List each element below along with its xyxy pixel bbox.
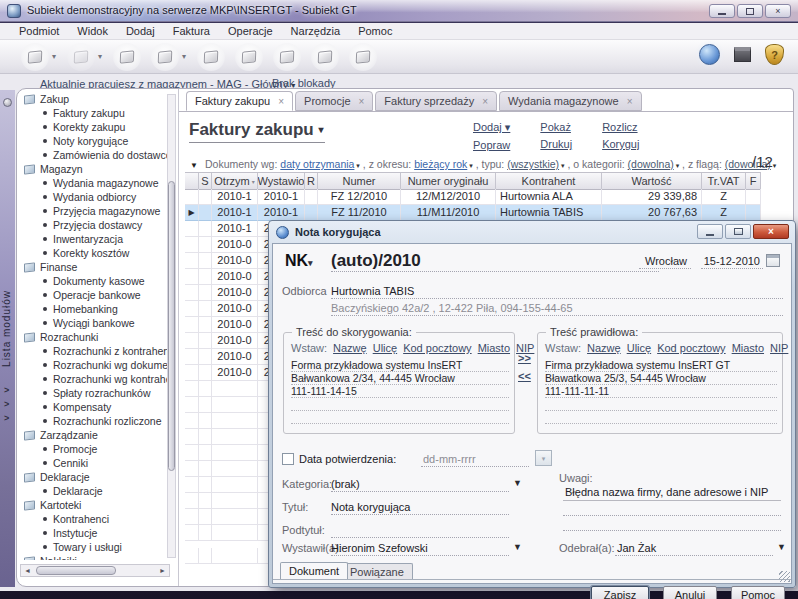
dropdown-arrow-icon[interactable]: ▾ [182, 52, 186, 61]
table-header-cell[interactable] [185, 173, 199, 190]
document-symbol-dropdown[interactable]: NK▾ [285, 252, 313, 270]
filter-caret-icon[interactable]: ▼ [190, 161, 198, 170]
sidebar-group-magazyn[interactable]: Magazyn [17, 162, 167, 176]
document-number-field[interactable]: (auto)/2010 [331, 251, 421, 271]
cube-icon[interactable] [734, 47, 751, 62]
dialog-title-bar[interactable]: Nota korygująca × [269, 221, 795, 243]
confirm-date-dropdown-button[interactable]: ▾ [535, 450, 552, 466]
dialog-tab-dokument[interactable]: Dokument [280, 562, 348, 579]
tab-close-icon[interactable]: × [482, 96, 488, 107]
kategoria-dropdown-icon[interactable]: ▼ [513, 478, 522, 488]
sidebar-vertical-scrollbar[interactable] [167, 94, 176, 558]
dialog-minimize-button[interactable] [697, 224, 723, 239]
date-field[interactable]: 15-12-2010 [704, 255, 760, 267]
table-header-Wartość[interactable]: Wartość [602, 173, 702, 190]
odebral-dropdown-icon[interactable]: ▼ [777, 542, 786, 552]
place-field[interactable]: Wrocław [645, 255, 687, 267]
hand-document-toolbar-button[interactable] [349, 43, 377, 71]
sidebar-item-instytucje[interactable]: Instytucje [17, 526, 167, 540]
new-document-toolbar-button[interactable] [151, 43, 179, 71]
copy-right-button[interactable]: >> [518, 352, 531, 364]
sidebar-group-finanse[interactable]: Finanse [17, 260, 167, 274]
sidebar-item-rozrachunki-z-kontrahent[interactable]: Rozrachunki z kontrahent [17, 344, 167, 358]
copy-left-button[interactable]: << [518, 370, 531, 382]
filter-dropdown-link[interactable]: bieżący rok [414, 158, 467, 170]
scroll-right-icon[interactable]: ► [156, 565, 169, 576]
mail-toolbar-button[interactable] [21, 43, 49, 71]
wystawil-dropdown-icon[interactable]: ▼ [513, 542, 522, 552]
correct-line-5[interactable] [291, 411, 509, 424]
sidebar-item-korekty-kosztów[interactable]: Korekty kosztów [17, 246, 167, 260]
insert-link-ulicę[interactable]: Ulicę [373, 342, 397, 354]
table-row[interactable]: ▶2010-12010-1FZ 11/201011/M11/2010Hurtow… [185, 205, 761, 221]
insert-link-nip[interactable]: NIP [770, 342, 788, 354]
table-row[interactable]: 2010-12010-1FZ 12/201012/M12/2010Hurtown… [185, 189, 761, 205]
action-link-popraw[interactable]: Popraw [473, 139, 510, 151]
table-header-S[interactable]: S [199, 173, 212, 190]
sidebar-item-dokumenty-kasowe[interactable]: Dokumenty kasowe [17, 274, 167, 288]
sidebar-item-wyciągi-bankowe[interactable]: Wyciągi bankowe [17, 316, 167, 330]
dialog-close-button[interactable]: × [753, 224, 789, 239]
insert-link-kod-pocztowy[interactable]: Kod pocztowy [403, 342, 471, 354]
module-list-rail[interactable]: Lista modułów > > > [0, 90, 15, 587]
menu-item-pomoc[interactable]: Pomoc [349, 25, 401, 37]
zapisz-button[interactable]: Zapisz [591, 586, 649, 599]
tab-close-icon[interactable]: × [278, 96, 284, 107]
dialog-tab-powiązane[interactable]: Powiązane [341, 563, 413, 579]
table-header-Numer oryginału[interactable]: Numer oryginału [401, 173, 496, 190]
dropdown-arrow-icon[interactable]: ▾ [52, 52, 56, 61]
sidebar-group-zakup[interactable]: Zakup [17, 92, 167, 106]
table-header-Kontrahent[interactable]: Kontrahent [496, 173, 602, 190]
menu-item-podmiot[interactable]: Podmiot [10, 25, 68, 37]
tab-faktury-zakupu[interactable]: Faktury zakupu× [186, 91, 293, 111]
recipient-name-field[interactable]: Hurtownia TABIS [331, 285, 414, 297]
insert-link-miasto[interactable]: Miasto [732, 342, 764, 354]
sidebar-group-kartoteki[interactable]: Kartoteki [17, 498, 167, 512]
sidebar-item-wydania-odbiorcy[interactable]: Wydania odbiorcy [17, 190, 167, 204]
wystawil-field[interactable]: Hieronim Szefowski [331, 542, 428, 554]
sidebar-group-rozrachunki[interactable]: Rozrachunki [17, 330, 167, 344]
pin-icon[interactable] [3, 98, 12, 107]
sidebar-item-operacje-bankowe[interactable]: Operacje bankowe [17, 288, 167, 302]
menu-item-dodaj[interactable]: Dodaj [117, 25, 164, 37]
sidebar-item-zamówienia-do-dostawcó[interactable]: Zamówienia do dostawcó [17, 148, 167, 162]
sidebar-item-noty-korygujące[interactable]: Noty korygujące [17, 134, 167, 148]
sidebar-item-rozrachunki-wg-dokumen[interactable]: Rozrachunki wg dokumen [17, 358, 167, 372]
dropdown-arrow-icon[interactable]: ▾ [98, 52, 102, 61]
table-header-R[interactable]: R [305, 173, 318, 190]
correct-line-1[interactable]: Forma przykładowa systemu InsERT [291, 359, 509, 372]
sidebar-item-promocje[interactable]: Promocje [17, 442, 167, 456]
sidebar-group-naklejki[interactable]: Naklejki [17, 554, 167, 560]
sidebar-item-kontrahenci[interactable]: Kontrahenci [17, 512, 167, 526]
sidebar-item-kompensaty[interactable]: Kompensaty [17, 400, 167, 414]
scroll-left-icon[interactable]: ◄ [21, 565, 34, 576]
sidebar-item-cenniki[interactable]: Cenniki [17, 456, 167, 470]
printer-toolbar-button[interactable] [273, 43, 301, 71]
menu-item-narzędzia[interactable]: Narzędzia [282, 25, 350, 37]
filter-dropdown-link[interactable]: daty otrzymania [280, 158, 354, 170]
print-preview-toolbar-button[interactable] [67, 43, 95, 71]
insert-link-ulicę[interactable]: Ulicę [627, 342, 651, 354]
sidebar-item-faktury-zakupu[interactable]: Faktury zakupu [17, 106, 167, 120]
sidebar-item-rozrachunki-wg-kontrahe[interactable]: Rozrachunki wg kontrahe [17, 372, 167, 386]
filter-dropdown-link[interactable]: (wszystkie) [507, 158, 559, 170]
maximize-button[interactable] [737, 4, 763, 18]
confirm-date-input[interactable]: dd-mm-rrrr [423, 453, 476, 465]
minimize-button[interactable] [709, 4, 735, 18]
tab-close-icon[interactable]: × [359, 96, 365, 107]
table-header-Otrzym[interactable]: Otrzym▾ [212, 173, 258, 190]
action-link-drukuj[interactable]: Drukuj [540, 138, 572, 150]
correct-line-4[interactable] [291, 398, 509, 411]
tytul-field[interactable]: Nota korygująca [331, 501, 411, 513]
subject-toolbar-button[interactable] [113, 43, 141, 71]
menu-item-operacje[interactable]: Operacje [219, 25, 282, 37]
filter-dropdown-link[interactable]: (dowolna) [628, 158, 674, 170]
calendar-icon[interactable] [766, 254, 780, 267]
sidebar-item-rozrachunki-rozliczone[interactable]: Rozrachunki rozliczone [17, 414, 167, 428]
sidebar-item-wydania-magazynowe[interactable]: Wydania magazynowe [17, 176, 167, 190]
sidebar-group-zarządzanie[interactable]: Zarządzanie [17, 428, 167, 442]
sidebar-item-deklaracje[interactable]: Deklaracje [17, 484, 167, 498]
globe-icon[interactable] [699, 44, 720, 65]
tab-faktury-sprzedaży[interactable]: Faktury sprzedaży× [375, 91, 497, 111]
sidebar-item-korekty-zakupu[interactable]: Korekty zakupu [17, 120, 167, 134]
